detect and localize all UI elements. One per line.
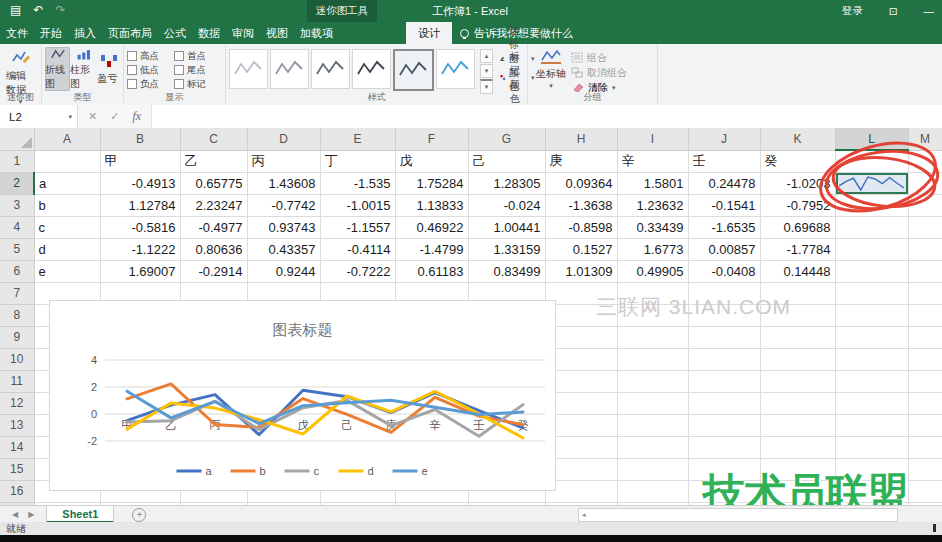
gallery-down-icon[interactable]: ▾ — [480, 64, 493, 78]
sheet-tab-sheet1[interactable]: Sheet1 — [46, 506, 114, 523]
row-header-12[interactable]: 12 — [0, 392, 34, 414]
sheet-next-icon[interactable]: ▶ — [28, 510, 34, 519]
tab-加载项[interactable]: 加载项 — [294, 22, 339, 44]
column-header-H[interactable]: H — [545, 128, 617, 150]
grid-cell[interactable]: 1.75284 — [395, 172, 468, 194]
type-button-折线图[interactable]: 折线图 — [45, 47, 70, 91]
row-header-7[interactable]: 7 — [0, 282, 34, 304]
grid-cell[interactable]: 1.33159 — [468, 238, 545, 260]
grid-cell[interactable]: 1.28305 — [468, 172, 545, 194]
grid-cell[interactable]: -0.024 — [468, 194, 545, 216]
grid-cell[interactable]: -1.3638 — [545, 194, 617, 216]
grid-cell[interactable]: 戊 — [395, 150, 468, 172]
gallery-up-icon[interactable]: ▴ — [480, 49, 493, 63]
grid-cell[interactable] — [760, 348, 835, 370]
grid-cell[interactable]: -0.1541 — [688, 194, 760, 216]
column-header-F[interactable]: F — [395, 128, 468, 150]
grid-cell[interactable] — [760, 326, 835, 348]
grid-cell[interactable]: 2.23247 — [180, 194, 247, 216]
grid-cell[interactable]: 乙 — [180, 150, 247, 172]
show-checkbox-首点[interactable]: 首点 — [174, 50, 221, 63]
grid-cell[interactable]: -1.7784 — [760, 238, 835, 260]
grid-cell[interactable]: 0.65775 — [180, 172, 247, 194]
enter-icon[interactable]: ✓ — [110, 110, 119, 123]
tab-公式[interactable]: 公式 — [158, 22, 192, 44]
tab-开始[interactable]: 开始 — [34, 22, 68, 44]
grid-cell[interactable] — [908, 260, 942, 282]
grid-cell[interactable] — [908, 238, 942, 260]
grid-cell[interactable]: -0.4913 — [100, 172, 180, 194]
grid-cell[interactable] — [760, 370, 835, 392]
grid-cell[interactable] — [688, 414, 760, 436]
embedded-line-chart[interactable]: 420-2甲乙丙丁戊己庚辛壬癸图表标题abcde — [49, 300, 556, 491]
grid-cell[interactable]: 1.5801 — [617, 172, 688, 194]
grid-cell[interactable] — [760, 414, 835, 436]
grid-cell[interactable]: -0.2914 — [180, 260, 247, 282]
grid-cell[interactable]: 0.00857 — [688, 238, 760, 260]
row-header-8[interactable]: 8 — [0, 304, 34, 326]
grid-cell[interactable]: 甲 — [100, 150, 180, 172]
grid-cell[interactable] — [835, 282, 908, 304]
grid-cell[interactable] — [835, 304, 908, 326]
grid-cell[interactable]: b — [34, 194, 100, 216]
sparkline-style-thumb[interactable] — [352, 49, 391, 89]
add-sheet-icon[interactable]: ＋ — [132, 508, 146, 522]
grid-cell[interactable] — [908, 480, 942, 502]
row-header-9[interactable]: 9 — [0, 326, 34, 348]
row-header-1[interactable]: 1 — [0, 150, 34, 172]
axis-button[interactable]: 坐标轴 ▾ — [531, 47, 571, 91]
grid-cell[interactable]: e — [34, 260, 100, 282]
ungroup-button[interactable]: 取消组合 — [571, 65, 627, 80]
grid-cell[interactable]: 1.6773 — [617, 238, 688, 260]
grid-cell[interactable] — [617, 414, 688, 436]
grid-cell[interactable]: -0.7222 — [320, 260, 395, 282]
grid-cell[interactable] — [835, 348, 908, 370]
name-box[interactable]: L2 ▾ — [0, 105, 78, 128]
column-header-C[interactable]: C — [180, 128, 247, 150]
grid-cell[interactable]: 0.49905 — [617, 260, 688, 282]
grid-cell[interactable] — [617, 348, 688, 370]
grid-cell[interactable] — [835, 436, 908, 458]
grid-cell[interactable]: 1.01309 — [545, 260, 617, 282]
minimize-icon[interactable]: — — [924, 5, 935, 17]
grid-cell[interactable] — [908, 370, 942, 392]
grid-cell[interactable] — [760, 392, 835, 414]
grid-cell[interactable]: 0.9244 — [247, 260, 320, 282]
grid-cell[interactable] — [835, 414, 908, 436]
grid-cell[interactable]: -0.7742 — [247, 194, 320, 216]
grid-cell[interactable] — [908, 216, 942, 238]
grid-cell[interactable]: 0.43357 — [247, 238, 320, 260]
grid-cell[interactable] — [835, 216, 908, 238]
grid-cell[interactable] — [835, 326, 908, 348]
grid-cell[interactable]: 丙 — [247, 150, 320, 172]
grid-cell[interactable] — [688, 370, 760, 392]
grid-cell[interactable] — [835, 260, 908, 282]
tab-数据[interactable]: 数据 — [192, 22, 226, 44]
qat-customize-icon[interactable]: ▾ — [77, 6, 81, 14]
grid-cell[interactable]: 1.23632 — [617, 194, 688, 216]
grid-cell[interactable] — [688, 436, 760, 458]
tab-design-active[interactable]: 设计 — [406, 22, 452, 44]
undo-icon[interactable]: ↶ — [33, 3, 43, 17]
grid-cell[interactable]: -1.6535 — [688, 216, 760, 238]
ribbon-options-icon[interactable]: ⊡ — [889, 5, 898, 17]
grid-cell[interactable]: 1.12784 — [100, 194, 180, 216]
grid-cell[interactable]: 丁 — [320, 150, 395, 172]
grid-cell[interactable] — [908, 392, 942, 414]
sparkline-style-thumb[interactable] — [311, 49, 350, 89]
show-checkbox-标记[interactable]: 标记 — [174, 78, 221, 91]
formula-input[interactable] — [152, 105, 942, 128]
group-button[interactable]: 组合 — [571, 50, 627, 65]
column-header-B[interactable]: B — [100, 128, 180, 150]
grid-cell[interactable] — [835, 238, 908, 260]
tab-页面布局[interactable]: 页面布局 — [102, 22, 158, 44]
row-header-14[interactable]: 14 — [0, 436, 34, 458]
grid-cell[interactable] — [835, 370, 908, 392]
sparkline-style-thumb[interactable] — [229, 49, 268, 89]
row-header-15[interactable]: 15 — [0, 458, 34, 480]
column-header-E[interactable]: E — [320, 128, 395, 150]
cancel-icon[interactable]: ✕ — [88, 110, 97, 123]
grid-cell[interactable] — [34, 150, 100, 172]
grid-cell[interactable]: -0.8598 — [545, 216, 617, 238]
grid-cell[interactable]: -1.0015 — [320, 194, 395, 216]
